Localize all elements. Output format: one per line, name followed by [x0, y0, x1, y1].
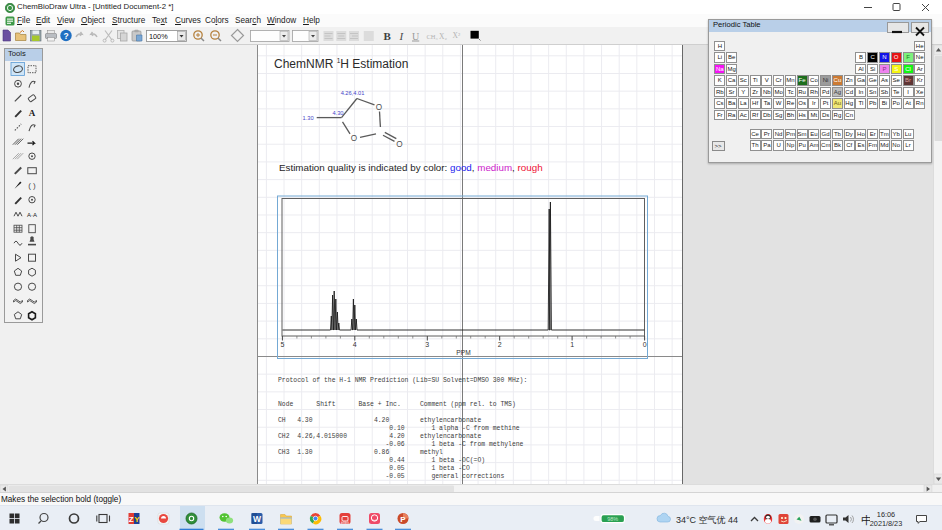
svg-text:2: 2 — [498, 341, 502, 348]
svg-text:3: 3 — [425, 341, 429, 348]
svg-text:?: ? — [63, 31, 68, 41]
svg-text:X²: X² — [453, 31, 461, 40]
svg-text:4: 4 — [353, 341, 357, 348]
svg-text:P: P — [400, 515, 406, 524]
svg-text:98%: 98% — [607, 516, 618, 522]
svg-text:CH₃: CH₃ — [427, 33, 438, 40]
svg-text:A: A — [29, 108, 36, 118]
svg-text:O: O — [396, 140, 402, 149]
svg-text:4.30: 4.30 — [332, 110, 343, 116]
svg-text:B: B — [384, 30, 392, 42]
svg-text:1.30: 1.30 — [303, 115, 314, 121]
svg-text:1: 1 — [570, 341, 574, 348]
svg-text:A·A: A·A — [27, 212, 37, 218]
svg-text:X₂: X₂ — [439, 32, 447, 41]
svg-text:Y: Y — [134, 515, 140, 524]
svg-text:bilibili: bilibili — [341, 521, 349, 525]
svg-text:PPM: PPM — [456, 349, 470, 356]
svg-text:I: I — [399, 30, 405, 42]
svg-text:W: W — [253, 514, 262, 524]
svg-text:100%: 100% — [149, 32, 168, 41]
svg-text:O: O — [376, 103, 382, 112]
svg-text:5: 5 — [280, 341, 284, 348]
svg-text:0: 0 — [643, 341, 647, 348]
svg-text:O: O — [351, 134, 357, 143]
svg-text:4.26,4.01: 4.26,4.01 — [341, 90, 365, 96]
svg-text:U: U — [412, 31, 420, 42]
svg-text:( ): ( ) — [28, 181, 36, 190]
svg-text:Z: Z — [129, 515, 134, 524]
